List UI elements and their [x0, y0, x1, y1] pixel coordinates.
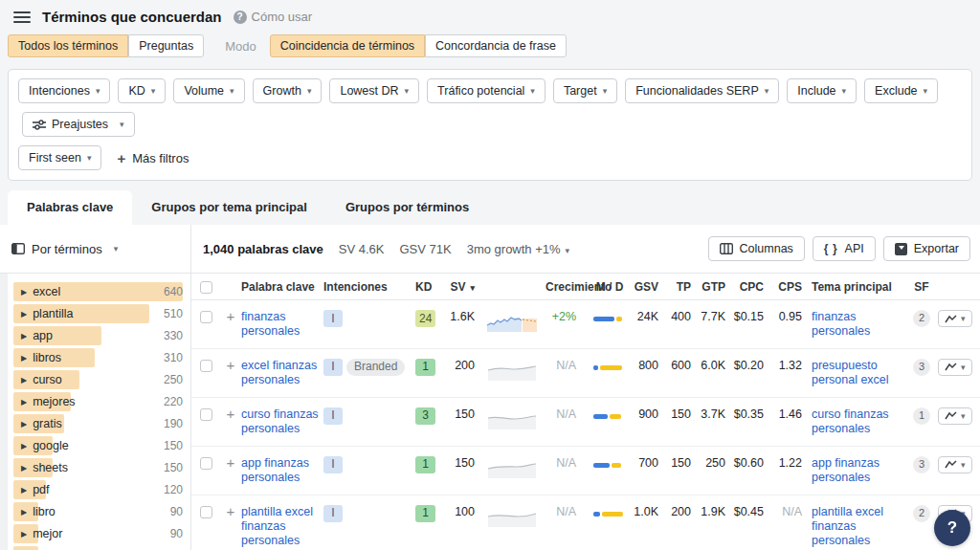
- parent-topic-link[interactable]: curso finanzas personales: [812, 407, 907, 437]
- position-history-button[interactable]: ▾: [938, 359, 972, 376]
- tab-keywords[interactable]: Palabras clave: [8, 190, 132, 225]
- sidebar-term-item[interactable]: ▶ pdf 120: [13, 479, 183, 500]
- filter-pill[interactable]: Include▾: [787, 78, 857, 103]
- col-intents[interactable]: Intenciones: [323, 280, 415, 294]
- sidebar-term-item[interactable]: ▶ sheets 150: [13, 457, 183, 478]
- sidebar-term-item[interactable]: ▶ mejores 220: [13, 391, 183, 412]
- segment-phrase-match[interactable]: Concordancia de frase: [425, 34, 567, 57]
- filter-pill[interactable]: Volume▾: [173, 78, 244, 103]
- col-sf[interactable]: SF: [907, 280, 936, 294]
- col-tp[interactable]: TP: [670, 280, 699, 294]
- row-checkbox[interactable]: [200, 408, 212, 421]
- col-keyword[interactable]: Palabra clave: [241, 280, 323, 294]
- row-checkbox[interactable]: [200, 457, 212, 470]
- sidebar-term-item[interactable]: ▶ apps 80: [13, 545, 183, 550]
- tab-groups-parent-topic[interactable]: Grupos por tema principal: [132, 190, 326, 225]
- filter-pill[interactable]: Funcionalidades SERP▾: [625, 78, 779, 103]
- keyword-link[interactable]: finanzas personales: [241, 310, 323, 340]
- view-selector[interactable]: Por términos▾: [11, 242, 118, 256]
- keyword-link[interactable]: excel finanzas personales: [241, 359, 323, 388]
- col-topic[interactable]: Tema principal: [806, 280, 907, 294]
- col-cps[interactable]: CPS: [771, 280, 806, 294]
- position-history-button[interactable]: ▾: [938, 407, 972, 425]
- row-checkbox[interactable]: [200, 506, 212, 518]
- tab-groups-terms[interactable]: Grupos por términos: [326, 190, 488, 225]
- position-history-button[interactable]: ▾: [938, 310, 972, 327]
- keywords-table: Palabra clave Intenciones KD SV▾ Crecimi…: [191, 274, 980, 550]
- add-to-list-icon[interactable]: +: [220, 359, 241, 371]
- gsv-total: GSV 71K: [399, 242, 451, 256]
- segment-questions[interactable]: Preguntas: [128, 34, 204, 57]
- line-chart-icon: [945, 315, 957, 323]
- term-count: 150: [164, 461, 183, 474]
- parent-topic-link[interactable]: app finanzas personales: [812, 456, 907, 486]
- gtp-value: 1.9K: [699, 505, 733, 520]
- parent-topic-link[interactable]: plantilla excel finanzas personales: [812, 505, 907, 549]
- keyword-link[interactable]: plantilla excel finanzas personales: [241, 505, 323, 549]
- add-to-list-icon[interactable]: +: [220, 456, 241, 469]
- filter-pill[interactable]: KD▾: [118, 78, 166, 103]
- col-gsv[interactable]: GSV: [632, 280, 670, 294]
- row-checkbox[interactable]: [200, 360, 212, 372]
- col-md[interactable]: M / D: [588, 280, 632, 294]
- position-history-button[interactable]: ▾: [938, 456, 972, 473]
- sidebar-term-item[interactable]: ▶ mejor 90: [13, 523, 183, 544]
- keyword-link[interactable]: curso finanzas personales: [241, 407, 323, 437]
- growth-dropdown[interactable]: 3mo growth +1%▾: [467, 242, 569, 256]
- row-checkbox[interactable]: [200, 311, 212, 323]
- col-sv[interactable]: SV▾: [448, 280, 486, 294]
- segment-all-terms[interactable]: Todos los términos: [8, 34, 128, 57]
- api-button[interactable]: { } API: [813, 236, 876, 261]
- sidebar-term-item[interactable]: ▶ libro 90: [13, 501, 183, 522]
- line-chart-icon: [945, 460, 957, 469]
- sidebar-scrollbar-track[interactable]: [0, 274, 8, 550]
- filter-row-1: Intenciones▾ KD▾ Volume▾ Growth▾ Lowest …: [18, 78, 962, 103]
- filter-pill[interactable]: Target▾: [553, 78, 617, 103]
- filter-pill[interactable]: Intenciones▾: [18, 78, 110, 103]
- filter-pill[interactable]: Lowest DR▾: [329, 78, 419, 103]
- sidebar-term-item[interactable]: ▶ plantilla 510: [13, 303, 183, 324]
- segment-terms-match[interactable]: Coincidencia de términos: [270, 34, 425, 57]
- filter-pill[interactable]: Tráfico potencial▾: [427, 78, 546, 103]
- add-to-list-icon[interactable]: +: [220, 310, 241, 322]
- chevron-down-icon: ▾: [566, 246, 570, 255]
- sidebar-term-item[interactable]: ▶ libros 310: [13, 347, 183, 368]
- sidebar-term-item[interactable]: ▶ excel 640: [13, 281, 183, 302]
- add-to-list-icon[interactable]: +: [220, 505, 241, 517]
- parent-topic-link[interactable]: finanzas personales: [812, 310, 907, 340]
- gsv-value: 1.0K: [632, 505, 670, 520]
- mobile-desktop-bar: [593, 414, 628, 419]
- col-gtp[interactable]: GTP: [699, 280, 733, 294]
- gsv-value: 24K: [632, 310, 670, 325]
- columns-button[interactable]: Columnas: [708, 236, 805, 261]
- how-to-use-link[interactable]: ? Cómo usar: [234, 10, 313, 24]
- term-count: 120: [164, 483, 183, 496]
- tp-value: 400: [670, 310, 699, 325]
- first-seen-pill[interactable]: First seen▾: [18, 145, 101, 170]
- add-to-list-icon[interactable]: +: [220, 407, 241, 420]
- help-button[interactable]: ?: [934, 510, 970, 546]
- table-row: + finanzas personales I 24 1.6K +2% 24K …: [191, 300, 980, 349]
- keyword-link[interactable]: app finanzas personales: [241, 456, 323, 486]
- parent-topic-link[interactable]: presupuesto personal excel: [812, 359, 907, 388]
- chevron-down-icon: ▾: [961, 411, 966, 421]
- term-label: curso: [33, 373, 62, 386]
- col-kd[interactable]: KD: [415, 280, 448, 294]
- more-filters-button[interactable]: + Más filtros: [117, 150, 189, 166]
- chevron-down-icon: ▾: [530, 86, 535, 96]
- table-row: + curso finanzas personales I 3 150 N/A …: [191, 398, 980, 447]
- export-button[interactable]: Exportar: [883, 236, 970, 261]
- col-growth[interactable]: Crecimiento: [546, 280, 588, 294]
- sidebar-term-item[interactable]: ▶ curso 250: [13, 369, 183, 390]
- menu-icon[interactable]: [13, 11, 31, 23]
- filter-pill[interactable]: Exclude▾: [864, 78, 938, 103]
- sidebar-term-item[interactable]: ▶ gratis 190: [13, 413, 183, 434]
- presets-button[interactable]: Preajustes▾: [22, 112, 135, 137]
- col-cpc[interactable]: CPC: [733, 280, 771, 294]
- plus-icon: +: [117, 150, 125, 166]
- select-all-checkbox[interactable]: [200, 281, 212, 294]
- sidebar-term-item[interactable]: ▶ google 150: [13, 435, 183, 456]
- cps-value: 0.95: [771, 310, 806, 325]
- sidebar-term-item[interactable]: ▶ app 330: [13, 325, 183, 346]
- filter-pill[interactable]: Growth▾: [253, 78, 323, 103]
